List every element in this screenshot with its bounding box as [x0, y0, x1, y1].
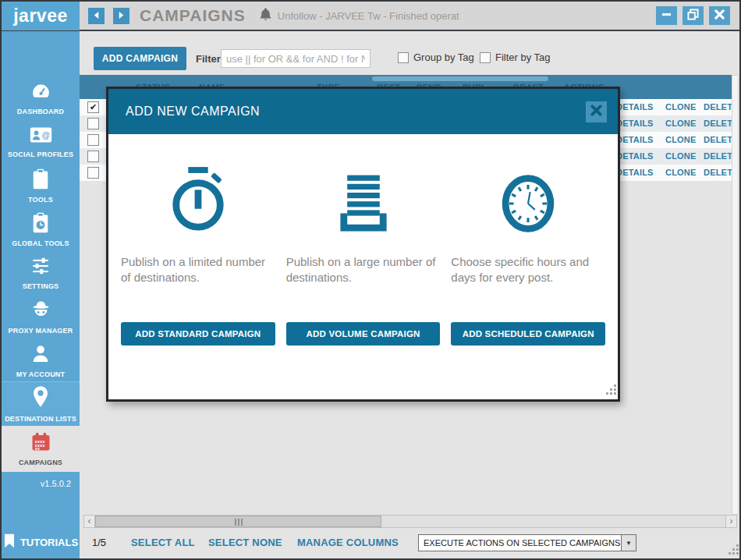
sidebar-item-settings[interactable]: SETTINGS	[2, 251, 80, 295]
row-checkbox[interactable]	[87, 134, 99, 146]
sidebar-item-destination-lists[interactable]: DESTINATION LISTS	[2, 382, 80, 426]
sidebar-item-global-tools[interactable]: GLOBAL TOOLS	[2, 207, 80, 251]
dashboard-icon	[30, 82, 51, 105]
back-arrow-icon	[92, 9, 101, 23]
bookmark-icon	[3, 533, 16, 551]
delete-link[interactable]: DELETE	[704, 119, 732, 128]
modal-header: ADD NEW CAMPAIGN	[108, 89, 618, 134]
clone-link[interactable]: CLONE	[665, 168, 697, 177]
notification-text[interactable]: Unfollow - JARVEE Tw - Finished operat	[278, 10, 459, 22]
title-bar: jarvee CAMPAIGNS Unfollow - JARVEE Tw - …	[2, 2, 739, 31]
filter-by-tag-checkbox[interactable]	[480, 52, 491, 63]
restore-button[interactable]	[682, 6, 704, 25]
scrollbar-thumb[interactable]	[95, 516, 381, 527]
sidebar-item-my-account[interactable]: MY ACCOUNT	[2, 338, 80, 382]
filter-by-tag-option: Filter by Tag	[480, 51, 551, 63]
filter-label: Filter:	[196, 53, 224, 65]
clock-icon	[451, 162, 605, 234]
vertical-scrollbar[interactable]	[732, 75, 739, 515]
check-icon: ✔	[90, 102, 97, 112]
filter-input[interactable]	[221, 49, 370, 68]
details-link[interactable]: DETAILS	[616, 135, 654, 144]
clone-link[interactable]: CLONE	[665, 102, 697, 112]
proxy-manager-icon	[30, 299, 51, 324]
notification-bell-icon[interactable]	[259, 7, 272, 24]
restore-icon	[687, 9, 699, 23]
details-link[interactable]: DETAILS	[616, 102, 654, 112]
close-button[interactable]	[709, 6, 730, 25]
details-link[interactable]: DETAILS	[616, 151, 654, 161]
group-by-tag-checkbox[interactable]	[398, 52, 409, 63]
execute-actions-label: EXECUTE ACTIONS ON SELECTED CAMPAIGNS	[419, 535, 621, 551]
option-description: Publish on a limited number of destinati…	[121, 254, 275, 286]
sidebar-item-label: TOOLS	[28, 196, 53, 204]
delete-link[interactable]: DELETE	[704, 135, 732, 144]
sidebar-item-tools[interactable]: TOOLS	[2, 164, 80, 207]
row-checkbox[interactable]	[87, 118, 99, 129]
page-indicator: 1/5	[92, 537, 106, 548]
add-campaign-button[interactable]: ADD CAMPAIGN	[94, 47, 186, 70]
delete-link[interactable]: DELETE	[704, 102, 732, 112]
row-checkbox[interactable]: ✔	[87, 101, 99, 113]
execute-actions-dropdown[interactable]: EXECUTE ACTIONS ON SELECTED CAMPAIGNS ▼	[418, 534, 636, 551]
filter-by-tag-label: Filter by Tag	[495, 51, 551, 63]
svg-text:xx: xx	[34, 446, 40, 451]
add-scheduled-campaign-button[interactable]: ADD SCHEDULED CAMPAIGN	[451, 322, 605, 346]
modal-options: Publish on a limited number of destinati…	[108, 134, 618, 346]
sidebar-item-social-profiles[interactable]: @ SOCIAL PROFILES	[2, 120, 80, 164]
header-scrollbar-thumb[interactable]	[372, 76, 548, 81]
minimize-icon	[661, 9, 672, 23]
row-checkbox[interactable]	[87, 167, 99, 179]
forward-button[interactable]	[113, 8, 129, 24]
modal-resize-grip[interactable]	[606, 384, 616, 398]
group-by-tag-option: Group by Tag	[398, 51, 474, 63]
sidebar-item-label: CAMPAIGNS	[19, 459, 62, 466]
select-none-link[interactable]: SELECT NONE	[208, 537, 282, 548]
add-volume-campaign-button[interactable]: ADD VOLUME CAMPAIGN	[286, 322, 441, 346]
sidebar-item-campaigns[interactable]: xxxxxxxxxx CAMPAIGNS	[2, 426, 80, 472]
window-controls	[656, 6, 730, 25]
jarvee-logo: jarvee	[2, 1, 80, 30]
close-icon	[714, 9, 725, 23]
svg-text:@: @	[41, 131, 49, 140]
sidebar-item-proxy-manager[interactable]: PROXY MANAGER	[2, 295, 80, 338]
tutorials-button[interactable]: TUTORIALS	[2, 526, 80, 558]
scroll-left-arrow[interactable]: ‹	[84, 516, 95, 527]
delete-link[interactable]: DELETE	[704, 168, 732, 177]
delete-link[interactable]: DELETE	[704, 151, 732, 161]
sidebar-item-label: GLOBAL TOOLS	[12, 239, 69, 247]
sidebar-item-dashboard[interactable]: DASHBOARD	[2, 76, 80, 120]
sidebar-nav: DASHBOARD @ SOCIAL PROFILES TOOLS GLOBAL…	[2, 31, 80, 472]
modal-close-button[interactable]	[586, 101, 607, 122]
window-resize-grip[interactable]	[729, 544, 739, 558]
clone-link[interactable]: CLONE	[665, 119, 697, 128]
add-standard-campaign-button[interactable]: ADD STANDARD CAMPAIGN	[121, 322, 275, 346]
sidebar-item-label: PROXY MANAGER	[9, 327, 73, 335]
campaign-option-2: Choose specific hours and days for every…	[451, 162, 605, 346]
back-button[interactable]	[88, 8, 105, 24]
dropdown-arrow-icon[interactable]: ▼	[621, 535, 636, 551]
clone-link[interactable]: CLONE	[665, 135, 697, 144]
social-profiles-icon: @	[30, 126, 52, 147]
add-campaign-modal: ADD NEW CAMPAIGN Publish on a limited nu…	[106, 87, 620, 402]
select-all-link[interactable]: SELECT ALL	[131, 537, 195, 548]
details-link[interactable]: DETAILS	[616, 168, 654, 177]
details-link[interactable]: DETAILS	[616, 119, 654, 128]
campaigns-icon: xxxxxxxxxx	[30, 431, 51, 455]
close-icon	[590, 105, 602, 119]
sidebar-item-label: SOCIAL PROFILES	[8, 151, 73, 158]
sidebar: DASHBOARD @ SOCIAL PROFILES TOOLS GLOBAL…	[2, 31, 80, 558]
my-account-icon	[30, 343, 51, 367]
tools-icon	[31, 168, 50, 193]
minimize-button[interactable]	[656, 6, 677, 25]
page-title: CAMPAIGNS	[140, 6, 246, 25]
tutorials-label: TUTORIALS	[20, 537, 78, 548]
manage-columns-link[interactable]: MANAGE COLUMNS	[297, 537, 399, 548]
campaign-option-0: Publish on a limited number of destinati…	[121, 162, 275, 346]
clone-link[interactable]: CLONE	[665, 151, 697, 161]
settings-icon	[30, 256, 51, 279]
global-tools-icon	[31, 212, 50, 236]
row-checkbox[interactable]	[87, 151, 99, 162]
sidebar-item-label: SETTINGS	[23, 282, 59, 290]
scroll-right-arrow[interactable]: ›	[725, 516, 736, 527]
